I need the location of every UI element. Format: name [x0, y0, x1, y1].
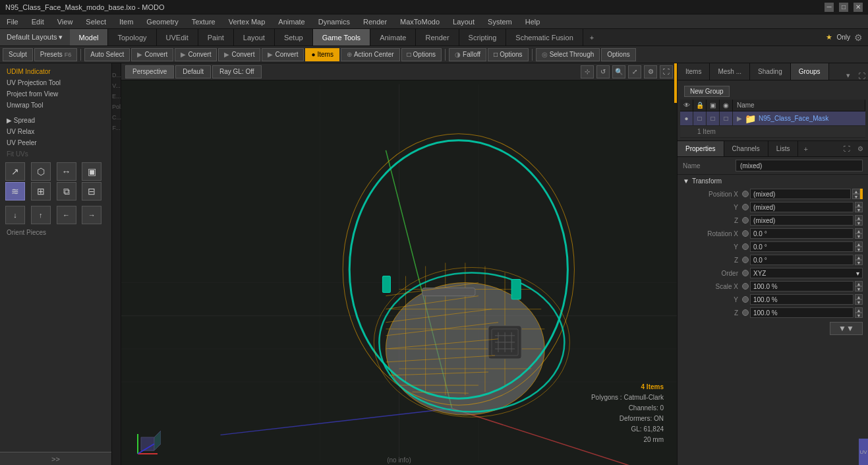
prop-scale-z-down[interactable]: ▼ — [855, 313, 863, 318]
maximize-button[interactable]: □ — [839, 3, 848, 12]
prop-scale-y-circle[interactable] — [742, 296, 749, 303]
tab-groups[interactable]: Groups — [791, 63, 829, 80]
prop-position-y-circle[interactable] — [742, 204, 749, 210]
prop-position-y-down[interactable]: ▼ — [855, 207, 863, 212]
tab-topology[interactable]: Topology — [108, 29, 156, 46]
group-lock-icon[interactable]: □ — [693, 111, 707, 126]
menu-render[interactable]: Render — [357, 15, 393, 28]
viewport-expand-full[interactable]: ⛶ — [660, 65, 673, 78]
prop-rotation-y-circle[interactable] — [742, 243, 749, 250]
prop-expand-2[interactable]: ⚙ — [855, 141, 865, 156]
prop-position-x-circle[interactable] — [742, 191, 749, 197]
tab-schematic[interactable]: Schematic Fusion — [506, 29, 583, 46]
prop-position-z-value[interactable]: (mixed) — [750, 215, 854, 226]
prop-scale-z-up[interactable]: ▲ — [855, 307, 863, 313]
icon-btn-1[interactable]: ↗ — [5, 162, 25, 181]
arrow-btn-up[interactable]: ↑ — [31, 206, 51, 224]
prop-scale-y-up[interactable]: ▲ — [855, 294, 863, 299]
tab-model[interactable]: Model — [70, 29, 109, 46]
sculpt-button[interactable]: Sculpt — [3, 48, 33, 61]
prop-position-y-up[interactable]: ▲ — [855, 202, 863, 207]
tab-animate[interactable]: Animate — [370, 29, 416, 46]
prop-position-z-up[interactable]: ▲ — [855, 215, 863, 220]
auto-select-button[interactable]: Auto Select — [84, 48, 130, 61]
menu-maxtomodo[interactable]: MaxToModo — [393, 15, 446, 28]
tool-uv-peeler[interactable]: UV Peeler — [3, 137, 109, 148]
prop-rotation-z-circle[interactable] — [742, 257, 749, 263]
add-tab-button[interactable]: + — [583, 29, 600, 46]
prop-scale-x-down[interactable]: ▼ — [855, 286, 863, 292]
action-center-button[interactable]: ⊕ Action Center — [341, 48, 400, 61]
convert-button-1[interactable]: ▶ Convert — [131, 48, 173, 61]
menu-view[interactable]: View — [51, 15, 80, 28]
prop-scale-x-up[interactable]: ▲ — [855, 281, 863, 286]
tool-unwrap[interactable]: Unwrap Tool — [3, 100, 109, 111]
prop-position-z-down[interactable]: ▼ — [855, 220, 863, 226]
prop-rotation-z-value[interactable]: 0.0 ° — [750, 255, 854, 265]
minimize-button[interactable]: ─ — [825, 3, 834, 12]
arrow-btn-down[interactable]: ↓ — [5, 206, 25, 224]
prop-scale-x-value[interactable]: 100.0 % — [750, 281, 854, 292]
group-eye-icon[interactable]: ● — [680, 111, 693, 126]
menu-vertex-map[interactable]: Vertex Map — [222, 15, 272, 28]
panel-expand-button[interactable]: ▾ — [842, 71, 855, 80]
viewport[interactable]: Perspective Default Ray GL: Off ⊹ ↺ 🔍 ⤢ … — [121, 63, 677, 465]
prop-rotation-z-up[interactable]: ▲ — [855, 255, 863, 260]
viewport-icon-search[interactable]: 🔍 — [612, 65, 625, 78]
viewport-icon-orbit[interactable]: ⊹ — [581, 65, 594, 78]
navigation-cube[interactable] — [134, 431, 161, 458]
prop-position-x-down[interactable]: ▼ — [852, 194, 860, 199]
prop-tab-lists[interactable]: Lists — [768, 141, 799, 156]
icon-btn-5[interactable]: ≋ — [5, 182, 25, 201]
expand-left-panel-button[interactable]: >> — [0, 452, 111, 465]
tab-items[interactable]: Items — [678, 63, 710, 80]
settings-icon[interactable]: ⚙ — [854, 32, 863, 43]
group-vis-icon[interactable]: □ — [707, 111, 720, 126]
menu-item[interactable]: Item — [113, 15, 140, 28]
prop-position-z-circle[interactable] — [742, 217, 749, 224]
new-group-button[interactable]: New Group — [684, 86, 730, 97]
viewport-icon-expand[interactable]: ⤢ — [628, 65, 641, 78]
prop-position-y-value[interactable]: (mixed) — [750, 202, 854, 212]
tab-layout[interactable]: Layout — [234, 29, 275, 46]
close-button[interactable]: ✕ — [854, 3, 863, 12]
arrow-btn-right[interactable]: → — [82, 206, 101, 224]
menu-texture[interactable]: Texture — [185, 15, 222, 28]
tab-game-tools[interactable]: Game Tools — [313, 29, 371, 46]
prop-rotation-y-value[interactable]: 0.0 ° — [750, 241, 854, 252]
viewport-icon-reset[interactable]: ↺ — [596, 65, 610, 78]
prop-tab-properties[interactable]: Properties — [678, 141, 724, 156]
menu-dynamics[interactable]: Dynamics — [312, 15, 357, 28]
convert-button-2[interactable]: ▶ Convert — [175, 48, 217, 61]
tool-project-from-view[interactable]: Project from View — [3, 88, 109, 100]
prop-scale-z-value[interactable]: 100.0 % — [750, 307, 854, 318]
viewport-icon-settings[interactable]: ⚙ — [644, 65, 657, 78]
ray-gl-tab[interactable]: Ray GL: Off — [212, 65, 262, 78]
convert-button-3[interactable]: ▶ Convert — [218, 48, 260, 61]
tab-setup[interactable]: Setup — [275, 29, 313, 46]
prop-order-circle[interactable] — [742, 270, 749, 276]
arrow-btn-left[interactable]: ← — [57, 206, 76, 224]
prop-rotation-x-value[interactable]: 0.0 ° — [750, 228, 854, 239]
icon-btn-2[interactable]: ⬡ — [31, 162, 51, 181]
prop-position-x-up[interactable]: ▲ — [852, 189, 860, 194]
menu-help[interactable]: Help — [519, 15, 547, 28]
viewport-canvas[interactable]: 4 Items Polygons : Catmull-Clark Channel… — [121, 80, 677, 465]
prop-down-button[interactable]: ▼▼ — [830, 322, 863, 335]
menu-layout[interactable]: Layout — [446, 15, 481, 28]
prop-rotation-z-down[interactable]: ▼ — [855, 260, 863, 265]
tab-render[interactable]: Render — [416, 29, 459, 46]
options-button-2[interactable]: □ Options — [488, 48, 529, 61]
prop-scale-x-circle[interactable] — [742, 283, 749, 290]
perspective-tab[interactable]: Perspective — [125, 65, 174, 78]
presets-button[interactable]: Presets F6 — [34, 48, 77, 61]
select-through-button[interactable]: ◎ Select Through — [536, 48, 600, 61]
menu-select[interactable]: Select — [79, 15, 113, 28]
icon-btn-3[interactable]: ↔ — [57, 162, 76, 181]
icon-btn-6[interactable]: ⊞ — [31, 182, 51, 201]
prop-scale-y-down[interactable]: ▼ — [855, 299, 863, 305]
convert-button-4[interactable]: ▶ Convert — [262, 48, 304, 61]
prop-tab-channels[interactable]: Channels — [724, 141, 768, 156]
tab-shading[interactable]: Shading — [750, 63, 791, 80]
tab-uvedit[interactable]: UVEdit — [157, 29, 198, 46]
